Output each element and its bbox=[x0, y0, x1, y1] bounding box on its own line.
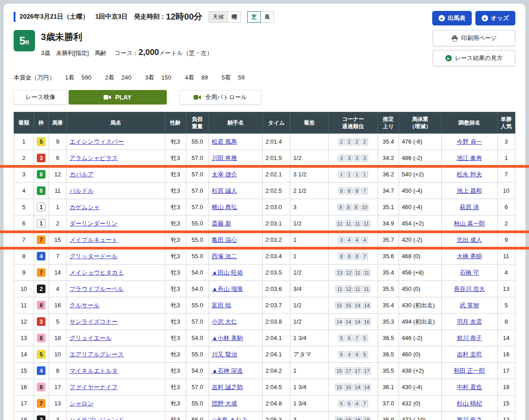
carried-weight: 57.0 bbox=[186, 150, 209, 166]
start-time-label: 発走時刻： bbox=[134, 13, 166, 21]
corner-position: 18 bbox=[335, 416, 343, 420]
race-video-button[interactable]: レース映像 bbox=[14, 90, 67, 105]
jockey-link[interactable]: 亀田 温心 bbox=[212, 236, 237, 243]
corner-position: 7 bbox=[361, 253, 368, 260]
trainer-cell: 和田 正一郎 bbox=[441, 363, 497, 379]
patrol-video-button[interactable]: 全周パトロール bbox=[180, 90, 261, 105]
trainer-link[interactable]: 吉村 圭司 bbox=[457, 351, 482, 358]
horse-link[interactable]: アラムシャピラス bbox=[70, 155, 118, 161]
jockey-link[interactable]: 川又 賢治 bbox=[212, 351, 237, 358]
jockey-link[interactable]: 富田 暁 bbox=[212, 302, 231, 309]
horse-link[interactable]: マイネルエトルタ bbox=[70, 367, 118, 374]
corner-position: 1 bbox=[361, 171, 368, 178]
corner-position: 11 bbox=[344, 220, 352, 227]
trainer-link[interactable]: 荒川 義之 bbox=[457, 416, 482, 420]
corner-position: 2 bbox=[354, 138, 360, 145]
jockey-link[interactable]: ◇永島 まなみ bbox=[212, 416, 248, 420]
weather-badge: 天候 晴 bbox=[209, 11, 241, 23]
odds-button[interactable]: ▶ オッズ bbox=[475, 11, 515, 25]
sex-age: 牡3 bbox=[165, 379, 186, 395]
horse-link[interactable]: エアリアルグレース bbox=[70, 351, 124, 358]
prize-place: 1着 bbox=[65, 74, 74, 81]
frame-badge: 5 bbox=[37, 137, 45, 146]
horse-link[interactable]: カパルア bbox=[70, 171, 94, 178]
horse-link[interactable]: プラウドブルーベル bbox=[70, 285, 124, 292]
horse-weight: 430 (初出走) bbox=[399, 297, 441, 314]
horse-link[interactable]: ダーリンダーリン bbox=[70, 220, 118, 227]
jockey-link[interactable]: ▲舟山 瑠泉 bbox=[212, 285, 243, 292]
horse-link[interactable]: シャロン bbox=[70, 400, 94, 407]
corner-position: 2 bbox=[361, 138, 368, 145]
horse-link[interactable]: クルサール bbox=[70, 302, 100, 309]
horse-name-cell: メイプルキュート bbox=[66, 232, 165, 248]
horse-number: 3 bbox=[49, 412, 66, 420]
horse-link[interactable]: メイショウヒタカミ bbox=[70, 269, 124, 276]
jockey-link[interactable]: 吉村 誠之助 bbox=[212, 384, 243, 390]
corner-position: 16 bbox=[363, 318, 371, 325]
trainer-link[interactable]: 松永 幹夫 bbox=[457, 171, 482, 178]
trainer-cell: 池上 昌和 bbox=[441, 183, 497, 199]
jockey-link[interactable]: 団野 大成 bbox=[212, 400, 237, 407]
frame-badge: 7 bbox=[37, 235, 45, 244]
trainer-link[interactable]: 北出 成人 bbox=[457, 236, 482, 243]
jockey-link[interactable]: ▲石神 深道 bbox=[212, 367, 243, 374]
corner-position: 5 bbox=[361, 335, 368, 342]
finish-position: 3 bbox=[14, 166, 34, 183]
corner-position: 8 bbox=[346, 187, 353, 195]
jockey-cell: ▲石神 深道 bbox=[209, 363, 262, 379]
race-date: 2026年3月21日（土曜） 1回中京3日 bbox=[20, 13, 128, 21]
horse-link[interactable]: グリッタードール bbox=[70, 253, 118, 260]
jockey-link[interactable]: ▲田山 旺佑 bbox=[212, 269, 243, 276]
trainer-link[interactable]: 大橋 勇樹 bbox=[457, 253, 482, 260]
trainer-link[interactable]: 長谷川 浩大 bbox=[454, 285, 485, 292]
trainer-link[interactable]: 石橋 守 bbox=[459, 269, 479, 276]
result-row: 511カゲムシャ牡357.0横山 典弘2:03.038881035.1460 (… bbox=[14, 199, 515, 215]
finish-position: 6 bbox=[14, 215, 34, 232]
horse-link[interactable]: ファイヤーナイフ bbox=[70, 384, 118, 390]
corner-position: 15 bbox=[344, 384, 352, 391]
frame-cell: 5 bbox=[34, 346, 49, 363]
jockey-link[interactable]: 西塚 洸二 bbox=[212, 253, 237, 260]
trainer-link[interactable]: 杉山 晴紀 bbox=[457, 400, 482, 407]
trainer-link[interactable]: 池上 昌和 bbox=[457, 187, 482, 194]
jockey-link[interactable]: ▲小林 美駒 bbox=[212, 335, 243, 341]
jockey-link[interactable]: 松若 風馬 bbox=[212, 138, 237, 145]
horse-name-cell: アラムシャピラス bbox=[66, 150, 165, 166]
corner-position: 11 bbox=[354, 285, 361, 293]
trainer-link[interactable]: 中村 直也 bbox=[457, 384, 482, 390]
play-button[interactable]: PLAY bbox=[69, 90, 167, 105]
jockey-link[interactable]: 斎藤 新 bbox=[212, 220, 231, 227]
horse-link[interactable]: バルドル bbox=[70, 187, 94, 194]
margin: 1/2 bbox=[290, 314, 328, 330]
trainer-link[interactable]: 池江 泰寿 bbox=[457, 155, 482, 161]
trainer-link[interactable]: 萩原 清 bbox=[459, 204, 479, 210]
trainer-link[interactable]: 武 英智 bbox=[459, 302, 479, 309]
horse-link[interactable]: ハイラブレジェンド bbox=[70, 416, 124, 420]
result-guide-button[interactable]: ▶ レース結果の見方 bbox=[433, 50, 515, 66]
last-3f: 36.5 bbox=[378, 330, 399, 346]
horse-link[interactable]: エイシンウィスパー bbox=[70, 138, 124, 145]
trainer-link[interactable]: 前川 恭子 bbox=[457, 335, 482, 341]
trainer-link[interactable]: 羽月 友彦 bbox=[457, 318, 482, 325]
win-favorite: 4 bbox=[497, 265, 515, 281]
entry-table-button[interactable]: ▶ 出馬表 bbox=[432, 11, 472, 25]
trainer-link[interactable]: 秋山 真一郎 bbox=[454, 220, 485, 227]
race-video-label: レース映像 bbox=[25, 94, 55, 100]
jockey-link[interactable]: 太宰 啓介 bbox=[212, 171, 237, 178]
horse-link[interactable]: サンライズコナー bbox=[70, 318, 118, 325]
printer-icon bbox=[451, 35, 458, 42]
margin: 1/2 bbox=[290, 150, 328, 166]
finish-position: 16 bbox=[14, 379, 34, 395]
trainer-link[interactable]: 和田 正一郎 bbox=[454, 367, 485, 374]
print-page-button[interactable]: 印刷用ページ bbox=[433, 30, 515, 46]
horse-link[interactable]: カゲムシャ bbox=[70, 204, 100, 210]
jockey-link[interactable]: 小沢 大仁 bbox=[212, 318, 237, 325]
horse-link[interactable]: メイプルキュート bbox=[70, 236, 118, 243]
horse-link[interactable]: グリュイエール bbox=[70, 335, 112, 341]
frame-cell: 4 bbox=[34, 248, 49, 265]
trainer-link[interactable]: 今野 貞一 bbox=[457, 138, 482, 145]
horse-number: 15 bbox=[49, 232, 66, 248]
jockey-link[interactable]: 川田 将雅 bbox=[212, 155, 237, 161]
jockey-link[interactable]: 杉原 誠人 bbox=[212, 187, 237, 194]
jockey-link[interactable]: 横山 典弘 bbox=[212, 204, 237, 210]
